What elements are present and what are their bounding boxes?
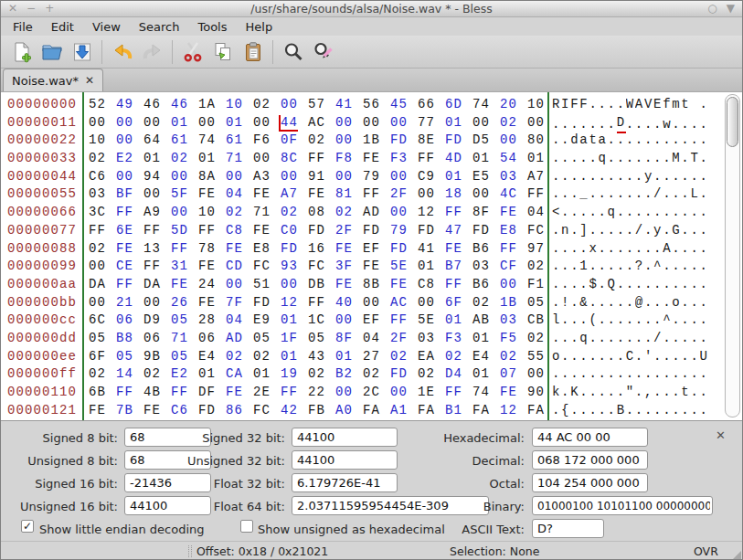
hex-byte[interactable]: B7 <box>445 259 462 273</box>
ascii-char[interactable]: o <box>552 348 561 366</box>
ascii-char[interactable]: . <box>570 330 579 348</box>
ascii-char[interactable]: . <box>626 312 635 330</box>
ascii-char[interactable]: . <box>690 258 699 276</box>
hex-byte[interactable]: 00 <box>472 186 490 201</box>
hex-byte[interactable]: 01 <box>281 349 298 364</box>
hex-byte[interactable]: C0 <box>281 223 298 238</box>
hex-byte[interactable]: B6 <box>472 277 490 291</box>
window-shade-icon[interactable]: ▼ <box>727 2 735 15</box>
hex-row[interactable]: 3CFFA900100271020802AD0012FF8FFE04 <box>89 204 555 222</box>
ascii-char[interactable]: x <box>589 240 598 259</box>
ascii-char[interactable]: ( <box>589 312 598 330</box>
hex-byte[interactable]: 8C <box>281 151 298 165</box>
hex-row[interactable]: 6BFF4BFFDFFE2EFF22002C001EFF74FE90 <box>89 384 555 402</box>
hex-byte[interactable]: 00 <box>363 115 380 130</box>
ascii-char[interactable]: . <box>617 258 626 276</box>
ascii-char[interactable]: . <box>561 204 570 222</box>
ascii-char[interactable]: . <box>608 312 617 330</box>
ascii-char[interactable]: M <box>672 150 681 168</box>
hex-byte[interactable]: 61 <box>171 132 188 147</box>
hex-byte[interactable]: FB <box>308 403 325 417</box>
hex-byte[interactable]: 01 <box>445 169 462 184</box>
ascii-char[interactable]: . <box>672 276 681 294</box>
hex-byte[interactable]: 6F <box>445 295 462 310</box>
hex-byte[interactable]: 18 <box>445 186 462 201</box>
ascii-char[interactable]: . <box>589 150 598 168</box>
ascii-char[interactable]: . <box>644 294 653 312</box>
ascii-row[interactable]: RIFF....WAVEfmt . <box>552 96 709 114</box>
ascii-char[interactable]: . <box>570 222 579 240</box>
hex-byte[interactable]: 1C <box>308 312 325 327</box>
ascii-char[interactable]: . <box>663 132 672 150</box>
hex-byte[interactable]: 1E <box>418 385 435 399</box>
hex-byte[interactable]: 00 <box>281 97 298 111</box>
hex-byte[interactable]: A3 <box>253 169 271 184</box>
hex-byte[interactable]: 00 <box>116 115 133 130</box>
hex-byte[interactable]: F1 <box>527 277 545 291</box>
hex-byte[interactable]: 08 <box>308 205 325 219</box>
ascii-char[interactable]: . <box>617 150 626 168</box>
hex-byte[interactable]: 02 <box>335 205 353 219</box>
ascii-char[interactable]: . <box>700 258 709 276</box>
hex-byte[interactable]: 00 <box>418 186 435 201</box>
undo-button[interactable] <box>107 38 137 66</box>
hex-byte[interactable]: 01 <box>226 115 243 130</box>
ascii-row[interactable]: .....q.......M.T. <box>552 150 709 168</box>
hex-byte[interactable]: 02 <box>89 366 106 381</box>
ascii-row[interactable]: ................. <box>552 365 709 384</box>
ascii-char[interactable]: B <box>617 402 626 420</box>
ascii-char[interactable]: . <box>617 348 626 366</box>
hex-byte[interactable]: 05 <box>308 331 325 345</box>
hex-byte[interactable]: 00 <box>335 115 353 130</box>
hex-byte[interactable]: FC <box>527 223 545 238</box>
hex-byte[interactable]: 00 <box>198 115 216 130</box>
hex-byte[interactable]: 01 <box>445 115 462 130</box>
ascii-char[interactable]: . <box>561 348 570 366</box>
find-button[interactable] <box>278 38 308 66</box>
hex-byte[interactable]: 91 <box>308 169 325 184</box>
ascii-char[interactable]: . <box>589 402 598 420</box>
ascii-char[interactable]: . <box>672 258 681 276</box>
ascii-row[interactable]: ..._......./...L. <box>552 185 709 204</box>
hex-byte[interactable]: 94 <box>143 169 161 184</box>
hex-byte[interactable]: FF <box>390 312 408 327</box>
panel-close-icon[interactable]: ✕ <box>716 428 726 442</box>
ascii-char[interactable]: . <box>598 185 607 204</box>
ascii-char[interactable]: . <box>644 312 653 330</box>
hex-row[interactable]: FE7BFEC6FD86FC42FBA0FAA1FAB1FA12FA <box>89 402 555 420</box>
hex-row[interactable]: 021402E201CA011902B202FD02D4010700 <box>89 365 555 384</box>
ascii-char[interactable]: a <box>598 132 607 150</box>
hex-byte[interactable]: DB <box>308 277 325 291</box>
hex-byte[interactable]: 20 <box>500 97 517 111</box>
hex-byte[interactable]: 05 <box>253 331 271 345</box>
ascii-char[interactable]: . <box>644 240 653 259</box>
ascii-row[interactable]: ...q......./..... <box>552 330 709 348</box>
hex-byte[interactable]: E8 <box>253 241 271 256</box>
hex-byte[interactable]: 46 <box>171 97 188 111</box>
hex-byte[interactable]: 00 <box>226 169 243 184</box>
hex-byte[interactable]: 00 <box>390 115 408 130</box>
hex-byte[interactable]: 54 <box>500 151 517 165</box>
ascii-char[interactable]: . <box>626 150 635 168</box>
hex-byte[interactable]: 03 <box>472 259 490 273</box>
ascii-char[interactable]: . <box>690 222 699 240</box>
hex-row[interactable]: 0000000100010044AC0000007701000200 <box>89 114 555 132</box>
hex-row[interactable]: 524946461A10020057415645666D742010 <box>89 96 555 114</box>
ascii-char[interactable]: t <box>681 96 690 114</box>
ascii-char[interactable]: _ <box>579 185 589 204</box>
signed32-field[interactable] <box>292 428 398 447</box>
hex-byte[interactable]: 79 <box>390 223 408 238</box>
ascii-char[interactable]: . <box>681 294 690 312</box>
hex-byte[interactable]: DA <box>89 277 106 291</box>
ascii-char[interactable]: . <box>561 168 570 186</box>
ascii-char[interactable]: . <box>617 96 626 114</box>
ascii-row[interactable]: .......D....w.... <box>552 114 709 132</box>
resize-grip[interactable] <box>732 551 741 560</box>
hex-byte[interactable]: 02 <box>89 241 106 256</box>
ascii-char[interactable]: . <box>672 204 681 222</box>
hex-byte[interactable]: 52 <box>89 97 106 111</box>
hex-byte[interactable]: 14 <box>116 366 133 381</box>
ascii-char[interactable]: & <box>579 294 589 312</box>
hex-byte[interactable]: 00 <box>335 132 353 147</box>
ascii-char[interactable]: . <box>700 312 709 330</box>
